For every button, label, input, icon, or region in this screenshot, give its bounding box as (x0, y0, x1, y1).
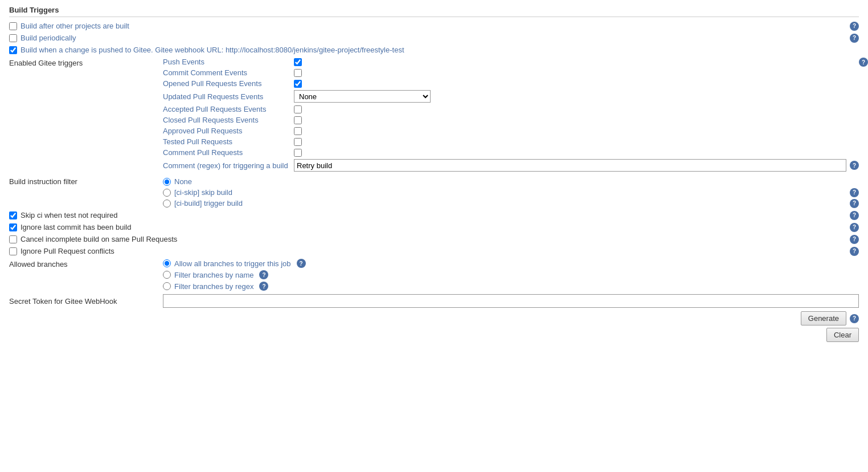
comment-regex-help-icon[interactable]: ? (850, 161, 859, 170)
allowed-branches-option-regex: Filter branches by regex ? (163, 282, 306, 291)
skip-ci-row: Skip ci when test not required ? (9, 211, 859, 219)
trigger-accepted-pr-control (294, 105, 302, 113)
trigger-row-comment-pr: Comment Pull Requests (163, 148, 859, 157)
filter-ci-skip-help-icon[interactable]: ? (850, 188, 859, 197)
allowed-branches-all-help-icon[interactable]: ? (297, 259, 306, 268)
clear-button[interactable]: Clear (826, 328, 859, 342)
approved-pr-checkbox[interactable] (294, 127, 302, 135)
section-title: Build Triggers (9, 6, 859, 17)
trigger-opened-pr-label: Opened Pull Requests Events (163, 79, 294, 88)
build-periodically-row: Build periodically ? (9, 34, 859, 42)
cancel-incomplete-label[interactable]: Cancel incomplete build on same Pull Req… (9, 235, 859, 243)
build-after-checkbox[interactable] (9, 22, 17, 30)
push-events-checkbox[interactable] (294, 58, 302, 66)
build-on-gitee-row: Build when a change is pushed to Gitee. … (9, 46, 859, 54)
trigger-accepted-pr-label: Accepted Pull Requests Events (163, 105, 294, 113)
trigger-row-opened-pr: Opened Pull Requests Events (163, 79, 859, 88)
allowed-branches-all-radio[interactable] (163, 259, 171, 267)
ignore-pr-conflicts-label[interactable]: Ignore Pull Request conflicts (9, 247, 859, 255)
ignore-pr-conflicts-row: Ignore Pull Request conflicts ? (9, 247, 859, 255)
trigger-comment-pr-control (294, 149, 302, 157)
generate-button-row: Generate ? (9, 311, 859, 325)
allowed-branches-regex-help-icon[interactable]: ? (259, 282, 268, 291)
trigger-commit-comment-control (294, 69, 302, 77)
trigger-approved-pr-control (294, 127, 302, 135)
trigger-row-approved-pr: Approved Pull Requests (163, 127, 859, 135)
skip-ci-checkbox[interactable] (9, 211, 17, 219)
comment-regex-row: Comment (regex) for triggering a build ? (163, 159, 859, 172)
cancel-incomplete-help-icon[interactable]: ? (850, 235, 859, 244)
build-after-help-icon[interactable]: ? (850, 22, 859, 31)
build-after-row: Build after other projects are built ? (9, 22, 859, 30)
build-on-gitee-label[interactable]: Build when a change is pushed to Gitee. … (9, 46, 859, 54)
trigger-row-closed-pr: Closed Pull Requests Events (163, 116, 859, 124)
allowed-branches-option-name: Filter branches by name ? (163, 270, 306, 279)
build-periodically-help-icon[interactable]: ? (850, 34, 859, 43)
ignore-pr-conflicts-checkbox[interactable] (9, 247, 17, 255)
skip-ci-help-icon[interactable]: ? (850, 211, 859, 220)
skip-ci-label[interactable]: Skip ci when test not required (9, 211, 859, 219)
cancel-incomplete-checkbox[interactable] (9, 235, 17, 243)
generate-button[interactable]: Generate (801, 311, 846, 325)
allowed-branches-label: Allowed branches (9, 259, 163, 268)
filter-option-none: None (163, 177, 243, 186)
trigger-opened-pr-control (294, 80, 302, 88)
secret-token-input[interactable] (163, 294, 859, 308)
build-instruction-filter-options: None [ci-skip] skip build ? [ci-build] t… (163, 177, 243, 207)
enabled-gitee-triggers-label: Enabled Gitee triggers (9, 58, 163, 67)
ignore-last-commit-label[interactable]: Ignore last commit has been build (9, 223, 859, 231)
build-on-gitee-checkbox[interactable] (9, 46, 17, 54)
trigger-row-tested-pr: Tested Pull Requests (163, 137, 859, 146)
allowed-branches-name-radio[interactable] (163, 271, 171, 279)
ignore-last-commit-checkbox[interactable] (9, 223, 17, 231)
commit-comment-checkbox[interactable] (294, 69, 302, 77)
trigger-tested-pr-control (294, 138, 302, 146)
build-periodically-checkbox[interactable] (9, 34, 17, 42)
allowed-branches-options: Allow all branches to trigger this job ?… (163, 259, 306, 291)
comment-pr-checkbox[interactable] (294, 149, 302, 157)
allowed-branches-regex-radio[interactable] (163, 282, 171, 290)
opened-pr-checkbox[interactable] (294, 80, 302, 88)
enabled-gitee-triggers-row: Enabled Gitee triggers Push Events Commi… (9, 58, 859, 174)
trigger-row-push: Push Events (163, 58, 859, 66)
filter-option-ci-build: [ci-build] trigger build ? (163, 199, 243, 207)
trigger-tested-pr-label: Tested Pull Requests (163, 137, 294, 146)
trigger-row-commit-comment: Commit Comment Events (163, 68, 859, 77)
secret-token-row: Secret Token for Gitee WebHook (9, 294, 859, 308)
trigger-table: Push Events Commit Comment Events Opened… (163, 58, 859, 174)
trigger-updated-pr-label: Updated Pull Requests Events (163, 92, 294, 101)
trigger-updated-pr-control: None Open Close Update (294, 90, 431, 103)
build-after-label[interactable]: Build after other projects are built (9, 22, 859, 30)
generate-help-icon[interactable]: ? (850, 314, 859, 323)
allowed-branches-row: Allowed branches Allow all branches to t… (9, 259, 859, 291)
filter-option-ci-skip: [ci-skip] skip build ? (163, 188, 243, 197)
trigger-push-label: Push Events (163, 58, 294, 66)
trigger-closed-pr-control (294, 116, 302, 124)
ignore-last-commit-help-icon[interactable]: ? (850, 223, 859, 232)
trigger-closed-pr-label: Closed Pull Requests Events (163, 116, 294, 124)
comment-regex-input[interactable] (294, 159, 846, 172)
filter-ci-skip-radio[interactable] (163, 189, 171, 197)
comment-regex-label: Comment (regex) for triggering a build (163, 161, 294, 170)
build-periodically-label[interactable]: Build periodically (9, 34, 859, 42)
filter-none-radio[interactable] (163, 178, 171, 186)
clear-button-row: Clear (9, 328, 859, 342)
build-instruction-filter-label: Build instruction filter (9, 177, 163, 186)
build-instruction-filter-row: Build instruction filter None [ci-skip] … (9, 177, 859, 207)
build-triggers-section: Build Triggers Build after other project… (9, 6, 859, 342)
closed-pr-checkbox[interactable] (294, 116, 302, 124)
secret-token-label: Secret Token for Gitee WebHook (9, 297, 163, 306)
ignore-pr-conflicts-help-icon[interactable]: ? (850, 247, 859, 256)
trigger-approved-pr-label: Approved Pull Requests (163, 127, 294, 135)
updated-pr-dropdown[interactable]: None Open Close Update (294, 90, 431, 103)
trigger-row-accepted-pr: Accepted Pull Requests Events (163, 105, 859, 113)
gitee-triggers-help-icon[interactable]: ? (859, 58, 868, 67)
trigger-row-updated-pr: Updated Pull Requests Events None Open C… (163, 90, 859, 103)
accepted-pr-checkbox[interactable] (294, 105, 302, 113)
filter-ci-build-radio[interactable] (163, 200, 171, 207)
ignore-last-commit-row: Ignore last commit has been build ? (9, 223, 859, 231)
filter-ci-build-help-icon[interactable]: ? (850, 199, 859, 208)
allowed-branches-name-help-icon[interactable]: ? (259, 270, 268, 279)
tested-pr-checkbox[interactable] (294, 138, 302, 146)
trigger-push-control (294, 58, 302, 66)
